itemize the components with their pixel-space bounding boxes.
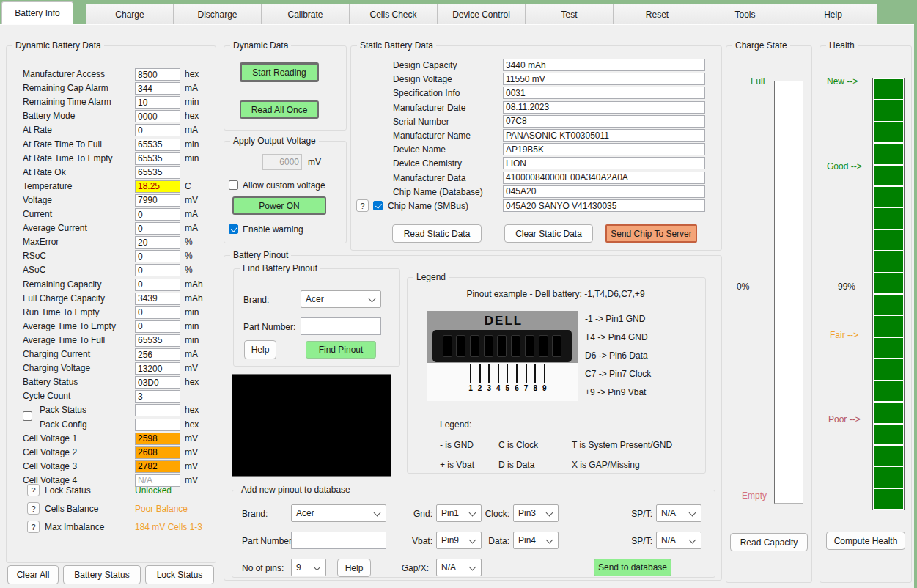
clock-select-2[interactable]: Pin3 bbox=[513, 504, 559, 522]
tab-cells-check[interactable]: Cells Check bbox=[350, 4, 438, 24]
manufacturer-name-value[interactable]: PANASONIC KT00305011 bbox=[503, 129, 705, 142]
tab-reset[interactable]: Reset bbox=[614, 4, 701, 24]
at-rate-time-to-empty-value[interactable]: 65535 bbox=[135, 152, 180, 165]
lock-status-button[interactable]: Lock Status bbox=[145, 565, 214, 584]
gap-x-select-7[interactable]: N/A bbox=[436, 559, 482, 576]
run-time-to-empty-value[interactable]: 0 bbox=[135, 306, 180, 319]
health-poor-label: Poor --> bbox=[828, 414, 861, 425]
device-chemistry-value[interactable]: LION bbox=[503, 157, 705, 169]
cell-voltage-2-value[interactable]: 2608 bbox=[135, 446, 180, 459]
tab-device-control[interactable]: Device Control bbox=[438, 4, 526, 24]
asoc-value[interactable]: 0 bbox=[135, 264, 180, 276]
at-rate-time-to-full-value[interactable]: 65535 bbox=[135, 139, 180, 151]
pin-number-9: 9 bbox=[540, 384, 549, 392]
device-name-value[interactable]: AP19B5K bbox=[503, 143, 705, 155]
battery-mode-value[interactable]: 0000 bbox=[135, 110, 180, 122]
sp-t-select-3[interactable]: N/A bbox=[656, 504, 701, 522]
tab-calibrate[interactable]: Calibrate bbox=[262, 4, 350, 24]
voltage-value[interactable]: 7990 bbox=[135, 194, 180, 207]
remaining-time-alarm-value[interactable]: 10 bbox=[135, 96, 180, 109]
at-rate-value[interactable]: 0 bbox=[135, 124, 180, 136]
pack-config-value[interactable] bbox=[135, 419, 180, 431]
add-part-number-input[interactable] bbox=[291, 532, 386, 549]
pin-number-7: 7 bbox=[522, 384, 531, 392]
temperature-value[interactable]: 18.25 bbox=[135, 180, 180, 193]
tab-tools[interactable]: Tools bbox=[701, 4, 789, 24]
health-segment bbox=[874, 166, 903, 185]
send-to-database-button[interactable]: Send to database bbox=[594, 559, 671, 576]
find-pinout-button[interactable]: Find Pinout bbox=[306, 341, 376, 359]
enable-warning-checkbox[interactable] bbox=[229, 224, 238, 234]
tab-help[interactable]: Help bbox=[789, 4, 877, 24]
average-time-to-full-value[interactable]: 65535 bbox=[135, 334, 180, 347]
data-select-5[interactable]: Pin4 bbox=[513, 532, 559, 549]
help-button-lock-status[interactable]: ? bbox=[27, 484, 40, 496]
chip-name-database-value[interactable]: 045A20 bbox=[503, 185, 705, 198]
manufacturer-data-value[interactable]: 410000840000E00A340A2A0A bbox=[503, 172, 705, 184]
read-all-once-button[interactable]: Read All Once bbox=[240, 100, 319, 119]
charging-current-value[interactable]: 256 bbox=[135, 348, 180, 361]
health-segment bbox=[874, 295, 903, 315]
allow-custom-voltage-checkbox[interactable] bbox=[229, 180, 238, 190]
add-no-of-pins-select[interactable]: 9 bbox=[291, 559, 326, 576]
manufacturer-date-value[interactable]: 08.11.2023 bbox=[503, 101, 705, 114]
pack-status-config-checkbox[interactable] bbox=[23, 411, 32, 421]
cycle-count-value[interactable]: 3 bbox=[135, 390, 180, 403]
remaining-capacity-value[interactable]: 0 bbox=[135, 279, 180, 291]
battery-status-value[interactable]: 03D0 bbox=[135, 376, 180, 389]
tab-battery-info[interactable]: Battery Info bbox=[1, 1, 73, 24]
chip-name-smbus-value[interactable]: 045A20 SANYO V41430035 bbox=[503, 199, 705, 212]
start-reading-button[interactable]: Start Reading bbox=[240, 62, 319, 82]
unit-at-rate-time-to-full: min bbox=[185, 139, 199, 150]
tab-discharge[interactable]: Discharge bbox=[174, 4, 262, 24]
full-charge-capacity-value[interactable]: 3439 bbox=[135, 293, 180, 305]
legend-key-item: + is Vbat bbox=[440, 460, 498, 470]
custom-voltage-input[interactable]: 6000 bbox=[262, 154, 302, 170]
add-select-label-data: Data: bbox=[473, 536, 509, 546]
clear-all-button[interactable]: Clear All bbox=[7, 565, 59, 584]
row-label-voltage: Voltage bbox=[23, 195, 52, 205]
remaining-cap-alarm-value[interactable]: 344 bbox=[135, 82, 180, 95]
legend-key-title: Legend: bbox=[440, 419, 471, 430]
read-capacity-button[interactable]: Read Capacity bbox=[730, 533, 808, 551]
manufacturer-access-value[interactable]: 8500 bbox=[135, 68, 180, 81]
specification-info-value[interactable]: 0031 bbox=[503, 87, 705, 99]
find-part-number-input[interactable] bbox=[301, 317, 381, 335]
tab-charge[interactable]: Charge bbox=[86, 4, 174, 24]
charging-voltage-value[interactable]: 13200 bbox=[135, 362, 180, 375]
sp-t-select-6[interactable]: N/A bbox=[656, 532, 701, 549]
help-button-cells-balance[interactable]: ? bbox=[27, 502, 40, 515]
rsoc-value[interactable]: 0 bbox=[135, 250, 180, 262]
battery-status-button[interactable]: Battery Status bbox=[63, 565, 141, 584]
power-on-button[interactable]: Power ON bbox=[232, 196, 326, 215]
average-current-value[interactable]: 0 bbox=[135, 222, 180, 235]
read-static-data-button[interactable]: Read Static Data bbox=[392, 224, 482, 243]
find-help-button[interactable]: Help bbox=[244, 340, 276, 359]
design-voltage-value[interactable]: 11550 mV bbox=[503, 73, 705, 85]
cell-voltage-1-value[interactable]: 2598 bbox=[135, 433, 180, 445]
add-help-button[interactable]: Help bbox=[337, 559, 371, 577]
cell-voltage-3-value[interactable]: 2782 bbox=[135, 460, 180, 473]
serial-number-value[interactable]: 07C8 bbox=[503, 115, 705, 128]
find-brand-select[interactable]: Acer bbox=[301, 290, 381, 308]
connector-slot bbox=[470, 335, 479, 357]
help-button-max-imbalance[interactable]: ? bbox=[27, 521, 40, 533]
at-rate-ok-value[interactable]: 65535 bbox=[135, 166, 180, 179]
maxerror-value[interactable]: 20 bbox=[135, 236, 180, 249]
design-capacity-value[interactable]: 3440 mAh bbox=[503, 59, 705, 71]
add-brand-select[interactable]: Acer bbox=[291, 504, 386, 522]
current-value[interactable]: 0 bbox=[135, 208, 180, 221]
clear-static-data-button[interactable]: Clear Static Data bbox=[504, 224, 593, 243]
health-segment bbox=[874, 208, 903, 228]
row-label-cell-voltage-1: Cell Voltage 1 bbox=[23, 433, 77, 444]
compute-health-button[interactable]: Compute Health bbox=[826, 532, 905, 550]
unit-at-rate-time-to-empty: min bbox=[185, 153, 199, 163]
average-time-to-empty-value[interactable]: 0 bbox=[135, 320, 180, 333]
status-value-cells-balance: Poor Balance bbox=[135, 504, 188, 514]
help-button-chip-smbus[interactable]: ? bbox=[356, 199, 369, 212]
chip-smbus-checkbox[interactable] bbox=[373, 201, 383, 210]
pack-status-value[interactable] bbox=[135, 404, 180, 416]
charge-state-title: Charge State bbox=[732, 40, 790, 51]
send-chip-to-server-button[interactable]: Send Chip To Server bbox=[605, 224, 697, 243]
tab-test[interactable]: Test bbox=[526, 4, 614, 24]
